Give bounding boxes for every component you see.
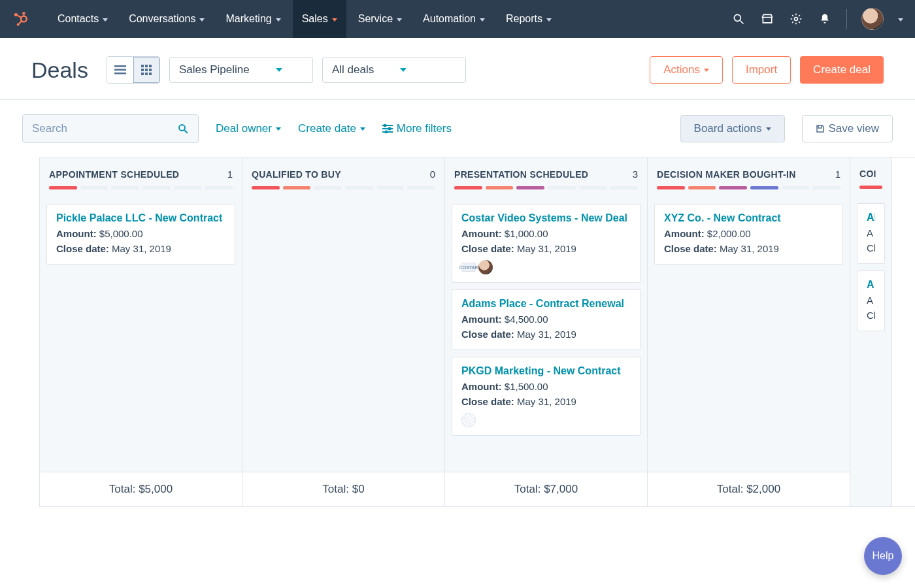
- placeholder-avatar: [461, 413, 476, 427]
- nav-service[interactable]: Service: [349, 0, 411, 38]
- deal-title[interactable]: A: [867, 279, 875, 291]
- deal-associations: [461, 413, 631, 427]
- deal-amount: Amount: $1,500.00: [461, 380, 631, 395]
- nav-label: Automation: [423, 13, 476, 25]
- deal-title[interactable]: Costar Video Systems - New Deal: [461, 212, 631, 224]
- column-header: COI: [850, 158, 891, 197]
- column-body[interactable]: Pickle Palace LLC - New ContractAmount: …: [40, 197, 242, 472]
- deal-close-date: Close date: May 31, 2019: [461, 395, 631, 410]
- create-deal-button[interactable]: Create deal: [800, 56, 884, 84]
- create-date-filter[interactable]: Create date: [298, 122, 365, 135]
- more-filters-button[interactable]: More filters: [382, 122, 452, 135]
- pipeline-select[interactable]: Sales Pipeline: [169, 57, 313, 83]
- deal-card[interactable]: Pickle Palace LLC - New ContractAmount: …: [46, 204, 235, 265]
- column-header: QUALIFIED TO BUY0: [242, 158, 444, 197]
- deal-close-date: Close date: May 31, 2019: [461, 242, 631, 257]
- save-icon: [816, 124, 825, 133]
- caret-down-icon: [704, 69, 709, 72]
- notifications-bell-icon[interactable]: [818, 12, 832, 26]
- search-input[interactable]: Search: [22, 114, 199, 143]
- deal-close-date: Cl: [867, 308, 875, 323]
- deal-card[interactable]: PKGD Marketing - New ContractAmount: $1,…: [452, 357, 640, 436]
- nav-label: Sales: [302, 13, 328, 25]
- svg-point-1: [22, 12, 25, 14]
- stage-progress: [657, 186, 840, 189]
- nav-label: Reports: [506, 13, 542, 25]
- user-avatar[interactable]: [861, 8, 884, 30]
- column-header: PRESENTATION SCHEDULED3: [445, 158, 647, 197]
- svg-rect-20: [145, 73, 148, 75]
- chevron-down-icon[interactable]: [898, 18, 903, 22]
- svg-point-27: [384, 125, 386, 127]
- chevron-down-icon: [332, 18, 337, 22]
- deal-close-date: Close date: May 31, 2019: [461, 327, 631, 342]
- page-header: Deals Sales Pipeline All deals Actions I…: [0, 38, 915, 100]
- deal-filter-select[interactable]: All deals: [322, 57, 466, 83]
- column-total: Total: $2,000: [648, 472, 850, 506]
- column-total: Total: $7,000: [445, 472, 647, 506]
- deal-title[interactable]: PKGD Marketing - New Contract: [461, 365, 631, 377]
- column-total: Total: $0: [242, 472, 444, 506]
- stage-progress: [454, 186, 638, 189]
- board-view-button[interactable]: [133, 57, 159, 83]
- nav-label: Service: [358, 13, 393, 25]
- save-view-label: Save view: [829, 122, 879, 135]
- svg-line-23: [184, 130, 188, 133]
- deal-close-date: Cl: [867, 241, 875, 256]
- column-total: Total: $5,000: [40, 472, 242, 506]
- column-body[interactable]: Costar Video Systems - New DealAmount: $…: [445, 197, 647, 472]
- company-badge: COSTAR: [461, 263, 476, 272]
- deal-card[interactable]: AACl: [857, 270, 885, 331]
- caret-down-icon: [360, 127, 365, 131]
- column-count: 1: [227, 169, 233, 180]
- search-icon[interactable]: [731, 12, 746, 26]
- actions-button[interactable]: Actions: [650, 56, 723, 84]
- deal-card[interactable]: Costar Video Systems - New DealAmount: $…: [452, 204, 640, 283]
- chevron-down-icon: [397, 18, 402, 22]
- nav-marketing[interactable]: Marketing: [216, 0, 290, 38]
- nav-right: [731, 8, 903, 30]
- nav-sales[interactable]: Sales: [293, 0, 346, 38]
- pipeline-column: PRESENTATION SCHEDULED3Costar Video Syst…: [445, 158, 648, 506]
- hubspot-logo[interactable]: [12, 10, 30, 28]
- settings-gear-icon[interactable]: [789, 12, 803, 26]
- deal-title[interactable]: XYZ Co. - New Contract: [664, 212, 833, 224]
- svg-rect-18: [149, 69, 152, 71]
- help-button[interactable]: Help: [864, 537, 902, 575]
- list-view-button[interactable]: [107, 57, 133, 83]
- import-label: Import: [746, 63, 777, 76]
- import-button[interactable]: Import: [732, 56, 791, 84]
- deal-amount: A: [867, 293, 875, 308]
- deal-amount: Amount: $2,000.00: [664, 227, 833, 242]
- deal-card[interactable]: XYZ Co. - New ContractAmount: $2,000.00C…: [654, 204, 843, 265]
- svg-rect-19: [141, 73, 144, 75]
- nav-label: Contacts: [58, 13, 99, 25]
- nav-contacts[interactable]: Contacts: [48, 0, 117, 38]
- chevron-down-icon: [103, 18, 108, 22]
- deal-card[interactable]: AlACl: [857, 203, 885, 264]
- board-actions-button[interactable]: Board actions: [680, 115, 785, 142]
- svg-point-7: [734, 14, 740, 21]
- deal-card[interactable]: Adams Place - Contract RenewalAmount: $4…: [452, 289, 640, 350]
- divider: [846, 9, 847, 29]
- column-body[interactable]: XYZ Co. - New ContractAmount: $2,000.00C…: [648, 197, 850, 472]
- deal-owner-filter[interactable]: Deal owner: [216, 122, 281, 135]
- save-view-button[interactable]: Save view: [802, 115, 893, 142]
- filter-row: Search Deal owner Create date More filte…: [0, 100, 915, 157]
- marketplace-icon[interactable]: [760, 12, 774, 26]
- svg-rect-10: [114, 65, 126, 67]
- column-count: 3: [633, 169, 638, 180]
- nav-conversations[interactable]: Conversations: [120, 0, 214, 38]
- column-body[interactable]: [242, 197, 444, 472]
- svg-line-8: [740, 21, 744, 24]
- deal-title[interactable]: Adams Place - Contract Renewal: [461, 298, 631, 310]
- nav-reports[interactable]: Reports: [497, 0, 561, 38]
- deal-title[interactable]: Pickle Palace LLC - New Contract: [56, 212, 225, 224]
- deal-title[interactable]: Al: [867, 212, 875, 223]
- board-wrap: APPOINTMENT SCHEDULED1Pickle Palace LLC …: [0, 157, 915, 507]
- column-body[interactable]: AlAClAACl: [850, 197, 891, 506]
- deal-owner-label: Deal owner: [216, 122, 272, 135]
- nav-automation[interactable]: Automation: [414, 0, 494, 38]
- nav-items: Contacts Conversations Marketing Sales S…: [48, 0, 561, 38]
- column-title: APPOINTMENT SCHEDULED: [49, 169, 179, 180]
